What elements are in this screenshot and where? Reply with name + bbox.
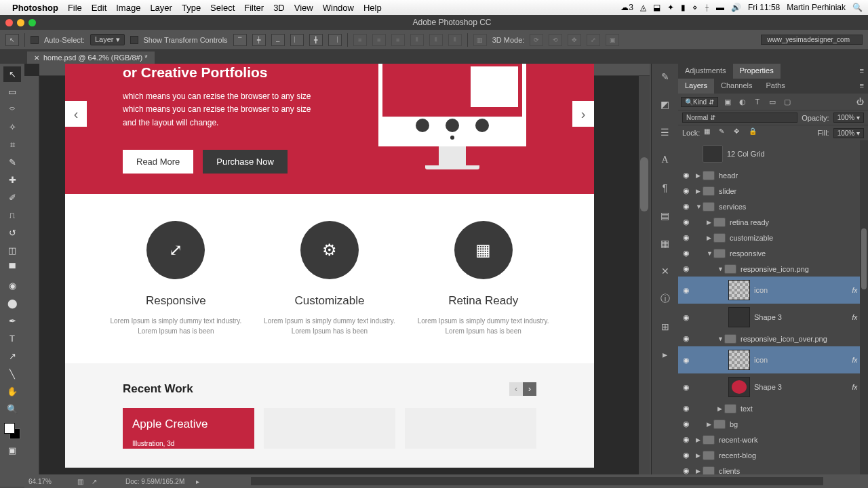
wifi-icon[interactable]: ⟊ [705,3,709,12]
layer-name[interactable]: recent-blog [719,451,865,460]
disclosure-arrow-icon[interactable]: ▶ [707,421,713,428]
scrollbar-thumb[interactable] [861,228,867,289]
layer-row[interactable]: ◉▶customizable [678,230,868,245]
align-top-icon[interactable]: ⎺ [233,34,247,46]
healing-tool[interactable]: ✚ [3,172,21,188]
brush-tool[interactable]: ✐ [3,190,21,205]
layer-row[interactable]: ◉▼responsive [678,245,868,261]
panel-menu-icon[interactable]: ≡ [856,64,868,79]
visibility-eye-icon[interactable]: ◉ [681,404,692,413]
menu-help[interactable]: Help [363,3,382,13]
layer-comps-panel-icon[interactable]: ⊞ [657,318,673,335]
dropbox-icon[interactable]: ⬓ [653,3,660,12]
disclosure-arrow-icon[interactable]: ▼ [707,250,713,257]
layer-name[interactable]: bg [730,420,865,428]
layer-row[interactable]: ◉▶recent-work [678,432,868,447]
visibility-eye-icon[interactable]: ◉ [681,466,692,474]
layer-name[interactable]: Shape 3 [754,313,852,321]
visibility-eye-icon[interactable]: ◉ [681,383,692,392]
layer-row[interactable]: ◉▶slider [678,183,868,199]
marquee-tool[interactable]: ▭ [3,84,21,100]
hand-tool[interactable]: ✋ [3,384,21,399]
path-select-tool[interactable]: ↗ [3,348,21,364]
move-tool[interactable]: ↖ [3,66,21,82]
menu-3d[interactable]: 3D [273,3,285,13]
layer-name[interactable]: recent-work [719,436,865,444]
document-tab[interactable]: ✕ home.psd @ 64.2% (RGB/8#) * [27,52,155,64]
filter-smart-icon[interactable]: ▢ [782,96,793,107]
layer-name[interactable]: responsive [730,249,865,258]
menu-layer[interactable]: Layer [150,3,172,13]
close-window-button[interactable] [5,19,13,26]
airplay-icon[interactable]: ⋄ [692,3,698,12]
align-right-icon[interactable]: ⎹ [328,34,342,46]
visibility-eye-icon[interactable]: ◉ [681,202,692,211]
opacity-input[interactable]: 100% ▾ [833,113,864,123]
disclosure-arrow-icon[interactable]: ▶ [696,188,703,195]
align-left-icon[interactable]: ⎸ [290,34,304,46]
layer-row[interactable]: ◉▼responsive_icon_over.png [678,331,868,346]
menu-image[interactable]: Image [116,3,140,13]
magic-wand-tool[interactable]: ✧ [3,119,21,135]
disclosure-arrow-icon[interactable]: ▶ [696,436,703,443]
move-tool-icon[interactable]: ↖ [5,34,19,46]
adjustments-tab[interactable]: Adjustments [678,64,733,79]
layer-row[interactable]: ◉iconfx ▾ [678,277,868,304]
lock-paint-icon[interactable]: ✎ [719,127,730,138]
menu-type[interactable]: Type [182,3,201,13]
styles-panel-icon[interactable]: ☰ [657,123,673,140]
fill-input[interactable]: 100% ▾ [833,128,864,138]
history-brush-tool[interactable]: ↺ [3,225,21,241]
zoom-window-button[interactable] [28,19,36,26]
layer-thumbnail[interactable] [728,280,750,300]
foreground-color-swatch[interactable] [4,423,15,434]
scrollbar-thumb[interactable] [640,157,648,211]
canvas-scrollbar-vertical[interactable] [639,76,650,474]
show-transform-checkbox[interactable] [130,36,138,44]
layer-name[interactable]: slider [719,187,865,195]
layer-row[interactable]: ◉▶bg [678,416,868,432]
layer-thumbnail[interactable] [728,377,750,397]
info-panel-icon[interactable]: ⓘ [657,290,673,307]
panel-menu-icon[interactable]: ≡ [856,79,868,94]
artboard[interactable]: ‹ › or Creative Portfolios which means y… [65,64,594,468]
layer-name[interactable]: retina ready [730,218,865,226]
layer-name[interactable]: clients [719,467,865,475]
minimize-window-button[interactable] [17,19,24,26]
actions-panel-icon[interactable]: ▸ [657,346,673,363]
type-tool[interactable]: T [3,331,21,346]
visibility-eye-icon[interactable]: ◉ [681,264,692,273]
align-bottom-icon[interactable]: ⎽ [271,34,285,46]
filter-kind-dropdown[interactable]: 🔍Kind ⇵ [681,97,718,107]
quick-mask-toggle[interactable]: ▣ [3,443,21,458]
align-hcenter-icon[interactable]: ╋ [309,34,323,46]
layer-name[interactable]: headr [719,171,865,180]
layer-name[interactable]: services [719,203,865,211]
layer-name[interactable]: customizable [730,234,865,242]
app-menu[interactable]: Photoshop [12,3,58,13]
close-tab-icon[interactable]: ✕ [34,54,39,62]
visibility-eye-icon[interactable]: ◉ [681,313,692,322]
visibility-eye-icon[interactable]: ◉ [681,233,692,242]
layer-row[interactable]: ◉Shape 3fx ▾ [678,304,868,331]
battery-icon[interactable]: ▮ [681,3,686,12]
lasso-tool[interactable]: ⌔ [3,102,21,117]
dodge-tool[interactable]: ⬤ [3,296,21,311]
disclosure-arrow-icon[interactable]: ▶ [717,405,724,412]
layer-row[interactable]: ◉iconfx ▾ [678,346,868,373]
layer-row[interactable]: 12 Col Grid [678,140,868,167]
layer-name[interactable]: Shape 3 [754,383,852,391]
library-panel-icon[interactable]: ▦ [657,235,673,251]
status-app-icon[interactable]: ✦ [667,3,674,12]
visibility-eye-icon[interactable]: ◉ [681,356,692,365]
brush-panel-icon[interactable]: ✎ [657,68,673,85]
paragraph-panel-icon[interactable]: ¶ [657,179,673,196]
disclosure-arrow-icon[interactable]: ▼ [717,266,724,272]
layer-name[interactable]: 12 Col Grid [727,150,865,158]
disclosure-arrow-icon[interactable]: ▼ [717,336,724,342]
status-scrub[interactable] [251,477,823,485]
menu-view[interactable]: View [294,3,313,13]
blend-mode-dropdown[interactable]: Normal ⇵ [682,113,797,123]
layer-row[interactable]: ◉▼responsive_icon.png [678,261,868,277]
align-vmiddle-icon[interactable]: ┿ [252,34,266,46]
